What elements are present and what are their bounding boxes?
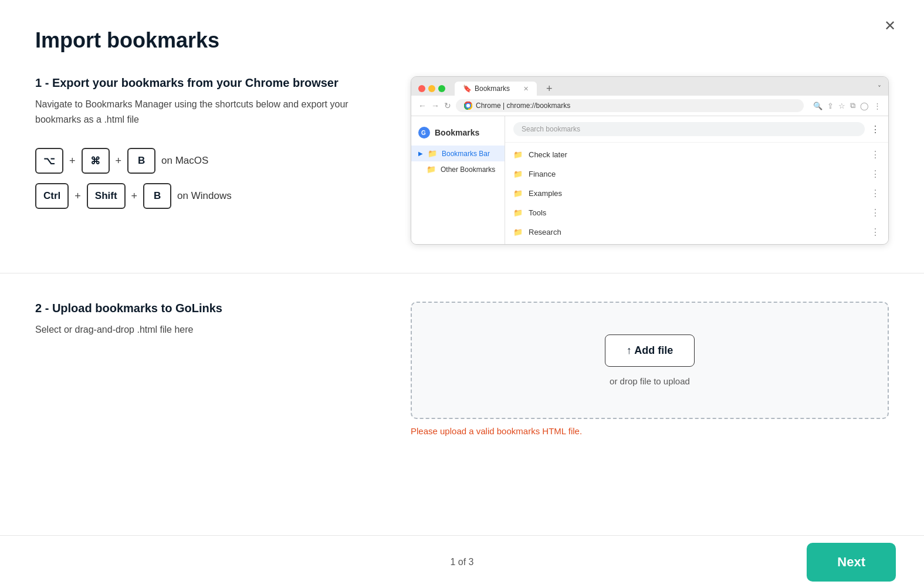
more-icon: ⋮ (871, 227, 880, 238)
bottom-section: 2 - Upload bookmarks to GoLinks Select o… (35, 302, 889, 436)
bookmarks-list: 📁 Check later ⋮ 📁 Finance ⋮ 📁 (505, 143, 888, 244)
win-label: on Windows (177, 190, 232, 202)
tab-favicon: 🔖 (463, 85, 471, 93)
list-item: 📁 Research ⋮ (505, 222, 888, 242)
sidebar-item-other-bookmarks: 📁 Other Bookmarks (411, 161, 505, 177)
sidebar-item-other-label: Other Bookmarks (441, 165, 495, 174)
browser-mockup: 🔖 Bookmarks ✕ + ˅ ← → ↻ (411, 76, 889, 245)
tab-close-icon: ✕ (523, 85, 529, 93)
mac-shortcut-row: ⌥ + ⌘ + B on MacOS (35, 148, 375, 174)
svg-text:G: G (421, 130, 426, 136)
top-section: 1 - Export your bookmarks from your Chro… (35, 76, 889, 245)
more-icon: ⋮ (871, 168, 880, 180)
mac-key-cmd: ⌘ (82, 148, 110, 174)
google-logo-icon: G (418, 127, 430, 138)
mac-label: on MacOS (161, 155, 208, 167)
upload-drop-zone[interactable]: ↑ Add file or drop file to upload (411, 302, 889, 419)
bookmarks-menu-icon: ⋮ (871, 124, 880, 135)
sidebar-item-label: Bookmarks Bar (442, 150, 490, 158)
ext-icon: ⧉ (850, 101, 855, 110)
step2-title: 2 - Upload bookmarks to GoLinks (35, 302, 375, 315)
win-shortcut-row: Ctrl + Shift + B on Windows (35, 183, 375, 209)
win-key-ctrl: Ctrl (35, 183, 69, 209)
forward-icon: → (431, 101, 439, 110)
profile-icon: ◯ (860, 102, 869, 110)
close-dot (418, 85, 425, 92)
more-icon: ⋮ (871, 207, 880, 218)
address-icons: 🔍 ⇪ ☆ ⧉ ◯ ⋮ (813, 101, 881, 110)
step2-left: 2 - Upload bookmarks to GoLinks Select o… (35, 302, 375, 359)
browser-titlebar: 🔖 Bookmarks ✕ + ˅ (411, 77, 888, 96)
browser-tab: 🔖 Bookmarks ✕ (455, 82, 537, 96)
refresh-icon: ↻ (444, 101, 451, 110)
footer: 1 of 3 Next (0, 535, 924, 588)
next-button[interactable]: Next (807, 543, 896, 582)
more-icon: ⋮ (871, 149, 880, 160)
zoom-icon: 🔍 (813, 102, 823, 110)
arrow-icon: ▶ (418, 150, 423, 157)
minimize-dot (428, 85, 435, 92)
item-name: Check later (529, 150, 865, 159)
new-tab-icon: + (541, 83, 557, 95)
folder-icon-item: 📁 (513, 189, 523, 198)
mac-plus1: + (69, 155, 76, 167)
bookmarks-app-title: Bookmarks (435, 128, 479, 137)
browser-addressbar: ← → ↻ Chrome | chrome://bookmarks (411, 96, 888, 116)
win-key-shift: Shift (87, 183, 126, 209)
folder-icon-item: 📁 (513, 208, 523, 217)
section-divider (0, 273, 924, 273)
bookmarks-sidebar: G Bookmarks ▶ 📁 Bookmarks Bar 📁 Other Bo… (411, 116, 505, 244)
left-column: 1 - Export your bookmarks from your Chro… (35, 76, 375, 218)
mac-plus2: + (116, 155, 122, 167)
folder-icon-item: 📁 (513, 150, 523, 159)
drop-label: or drop file to upload (610, 376, 690, 386)
folder-icon-item: 📁 (513, 170, 523, 178)
step2-desc: Select or drag-and-drop .html file here (35, 322, 375, 337)
win-plus2: + (131, 190, 138, 202)
mac-key-b: B (127, 148, 155, 174)
browser-body: G Bookmarks ▶ 📁 Bookmarks Bar 📁 Other Bo… (411, 116, 888, 244)
menu-icon: ⋮ (874, 102, 881, 110)
step1-title: 1 - Export your bookmarks from your Chro… (35, 76, 375, 90)
item-name: Tools (529, 208, 865, 217)
more-icon: ⋮ (871, 188, 880, 199)
mac-key-alt: ⌥ (35, 148, 63, 174)
svg-point-1 (466, 104, 470, 107)
maximize-dot (438, 85, 445, 92)
back-icon: ← (418, 101, 427, 110)
address-text: Chrome | chrome://bookmarks (476, 102, 570, 110)
star-icon: ☆ (838, 102, 845, 110)
tab-label: Bookmarks (475, 85, 510, 93)
list-item: 📁 Examples ⋮ (505, 184, 888, 203)
bookmarks-search: Search bookmarks (513, 122, 865, 136)
add-file-button[interactable]: ↑ Add file (605, 334, 695, 367)
page-title: Import bookmarks (35, 28, 889, 53)
bookmarks-app-header: G Bookmarks (411, 123, 505, 146)
upload-container: ↑ Add file or drop file to upload Please… (411, 302, 889, 436)
pagination: 1 of 3 (450, 557, 473, 567)
item-name: Finance (529, 170, 865, 178)
close-button[interactable]: ✕ (884, 19, 896, 33)
address-bar: Chrome | chrome://bookmarks (456, 99, 804, 112)
right-column: 🔖 Bookmarks ✕ + ˅ ← → ↻ (411, 76, 889, 245)
page-container: ✕ Import bookmarks 1 - Export your bookm… (0, 0, 924, 588)
error-message: Please upload a valid bookmarks HTML fil… (411, 426, 889, 436)
tab-chevron-icon: ˅ (878, 85, 881, 93)
win-plus1: + (75, 190, 81, 202)
win-key-b: B (143, 183, 171, 209)
sidebar-item-bookmarks-bar: ▶ 📁 Bookmarks Bar (411, 146, 505, 161)
list-item: 📁 Tools ⋮ (505, 203, 888, 222)
folder-icon-item: 📁 (513, 228, 523, 236)
item-name: Research (529, 228, 865, 236)
chrome-icon (464, 102, 472, 110)
folder-icon-other: 📁 (427, 165, 436, 174)
list-item: 📁 Finance ⋮ (505, 164, 888, 184)
list-item: 📁 Check later ⋮ (505, 145, 888, 164)
item-name: Examples (529, 189, 865, 198)
step1-desc: Navigate to Bookmarks Manager using the … (35, 97, 375, 127)
traffic-lights (418, 85, 445, 92)
bookmarks-main-header: Search bookmarks ⋮ (505, 116, 888, 143)
bookmarks-main: Search bookmarks ⋮ 📁 Check later ⋮ (505, 116, 888, 244)
share-icon: ⇪ (827, 102, 834, 110)
folder-icon: 📁 (428, 149, 437, 158)
